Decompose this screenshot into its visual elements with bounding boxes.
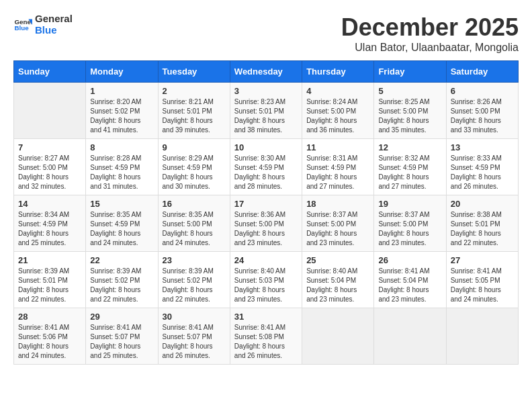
calendar-cell: 31Sunrise: 8:41 AM Sunset: 5:08 PM Dayli…: [230, 308, 302, 365]
day-info: Sunrise: 8:41 AM Sunset: 5:06 PM Dayligh…: [18, 323, 81, 361]
day-number: 11: [306, 142, 369, 152]
day-info: Sunrise: 8:20 AM Sunset: 5:02 PM Dayligh…: [90, 97, 153, 135]
weekday-header: Saturday: [446, 61, 518, 83]
day-number: 8: [90, 142, 153, 152]
day-number: 31: [234, 312, 298, 322]
day-info: Sunrise: 8:39 AM Sunset: 5:01 PM Dayligh…: [18, 267, 81, 304]
calendar-cell: 11Sunrise: 8:31 AM Sunset: 4:59 PM Dayli…: [302, 139, 374, 195]
day-info: Sunrise: 8:29 AM Sunset: 4:59 PM Dayligh…: [163, 154, 226, 191]
weekday-header: Sunday: [14, 61, 86, 83]
day-info: Sunrise: 8:33 AM Sunset: 4:59 PM Dayligh…: [451, 154, 514, 191]
day-number: 10: [234, 142, 298, 152]
calendar-cell: 14Sunrise: 8:34 AM Sunset: 4:59 PM Dayli…: [14, 195, 86, 252]
calendar-cell: [446, 308, 518, 365]
day-number: 28: [18, 312, 81, 322]
day-number: 20: [451, 199, 514, 209]
day-info: Sunrise: 8:35 AM Sunset: 4:59 PM Dayligh…: [90, 210, 153, 248]
day-number: 16: [163, 199, 226, 209]
day-number: 27: [451, 255, 514, 265]
day-info: Sunrise: 8:34 AM Sunset: 4:59 PM Dayligh…: [18, 210, 81, 248]
calendar-table: SundayMondayTuesdayWednesdayThursdayFrid…: [13, 60, 519, 365]
day-number: 1: [90, 86, 153, 96]
day-info: Sunrise: 8:37 AM Sunset: 5:00 PM Dayligh…: [306, 210, 369, 248]
calendar-cell: 22Sunrise: 8:39 AM Sunset: 5:02 PM Dayli…: [86, 252, 158, 308]
day-info: Sunrise: 8:26 AM Sunset: 5:00 PM Dayligh…: [451, 97, 514, 135]
calendar-cell: 1Sunrise: 8:20 AM Sunset: 5:02 PM Daylig…: [86, 83, 158, 139]
calendar-cell: 7Sunrise: 8:27 AM Sunset: 5:00 PM Daylig…: [14, 139, 86, 195]
day-info: Sunrise: 8:23 AM Sunset: 5:01 PM Dayligh…: [234, 97, 298, 135]
day-info: Sunrise: 8:30 AM Sunset: 4:59 PM Dayligh…: [234, 154, 298, 191]
day-info: Sunrise: 8:41 AM Sunset: 5:07 PM Dayligh…: [90, 323, 153, 361]
day-info: Sunrise: 8:35 AM Sunset: 5:00 PM Dayligh…: [163, 210, 226, 248]
day-info: Sunrise: 8:40 AM Sunset: 5:03 PM Dayligh…: [234, 267, 298, 304]
calendar-cell: 6Sunrise: 8:26 AM Sunset: 5:00 PM Daylig…: [446, 83, 518, 139]
day-info: Sunrise: 8:39 AM Sunset: 5:02 PM Dayligh…: [163, 267, 226, 304]
day-info: Sunrise: 8:38 AM Sunset: 5:01 PM Dayligh…: [451, 210, 514, 248]
calendar-cell: 21Sunrise: 8:39 AM Sunset: 5:01 PM Dayli…: [14, 252, 86, 308]
logo-line2: Blue: [35, 25, 73, 36]
day-number: 24: [234, 255, 298, 265]
calendar-cell: 29Sunrise: 8:41 AM Sunset: 5:07 PM Dayli…: [86, 308, 158, 365]
day-info: Sunrise: 8:36 AM Sunset: 5:00 PM Dayligh…: [234, 210, 298, 248]
logo-icon: General Blue: [13, 15, 32, 34]
day-number: 9: [163, 142, 226, 152]
day-number: 23: [163, 255, 226, 265]
calendar-week-row: 1Sunrise: 8:20 AM Sunset: 5:02 PM Daylig…: [14, 83, 519, 139]
calendar-header-row: SundayMondayTuesdayWednesdayThursdayFrid…: [14, 61, 519, 83]
calendar-cell: 25Sunrise: 8:40 AM Sunset: 5:04 PM Dayli…: [302, 252, 374, 308]
calendar-cell: [374, 308, 446, 365]
day-number: 15: [90, 199, 153, 209]
day-number: 22: [90, 255, 153, 265]
day-number: 7: [18, 142, 81, 152]
calendar-cell: 9Sunrise: 8:29 AM Sunset: 4:59 PM Daylig…: [158, 139, 230, 195]
day-number: 18: [306, 199, 369, 209]
day-info: Sunrise: 8:27 AM Sunset: 5:00 PM Dayligh…: [18, 154, 81, 191]
day-number: 12: [378, 142, 441, 152]
weekday-header: Friday: [374, 61, 446, 83]
day-number: 14: [18, 199, 81, 209]
day-info: Sunrise: 8:24 AM Sunset: 5:00 PM Dayligh…: [306, 97, 369, 135]
weekday-header: Tuesday: [158, 61, 230, 83]
calendar-cell: 23Sunrise: 8:39 AM Sunset: 5:02 PM Dayli…: [158, 252, 230, 308]
calendar-cell: 12Sunrise: 8:32 AM Sunset: 4:59 PM Dayli…: [374, 139, 446, 195]
day-number: 21: [18, 255, 81, 265]
calendar-cell: 17Sunrise: 8:36 AM Sunset: 5:00 PM Dayli…: [230, 195, 302, 252]
day-info: Sunrise: 8:41 AM Sunset: 5:08 PM Dayligh…: [234, 323, 298, 361]
calendar-week-row: 14Sunrise: 8:34 AM Sunset: 4:59 PM Dayli…: [14, 195, 519, 252]
day-info: Sunrise: 8:41 AM Sunset: 5:04 PM Dayligh…: [378, 267, 441, 304]
calendar-cell: 18Sunrise: 8:37 AM Sunset: 5:00 PM Dayli…: [302, 195, 374, 252]
calendar-cell: 3Sunrise: 8:23 AM Sunset: 5:01 PM Daylig…: [230, 83, 302, 139]
calendar-cell: [302, 308, 374, 365]
weekday-header: Thursday: [302, 61, 374, 83]
day-info: Sunrise: 8:32 AM Sunset: 4:59 PM Dayligh…: [378, 154, 441, 191]
calendar-cell: [14, 83, 86, 139]
calendar-cell: 4Sunrise: 8:24 AM Sunset: 5:00 PM Daylig…: [302, 83, 374, 139]
day-info: Sunrise: 8:39 AM Sunset: 5:02 PM Dayligh…: [90, 267, 153, 304]
svg-text:Blue: Blue: [14, 24, 29, 32]
weekday-header: Monday: [86, 61, 158, 83]
day-number: 26: [378, 255, 441, 265]
day-info: Sunrise: 8:41 AM Sunset: 5:05 PM Dayligh…: [451, 267, 514, 304]
day-info: Sunrise: 8:41 AM Sunset: 5:07 PM Dayligh…: [163, 323, 226, 361]
calendar-cell: 5Sunrise: 8:25 AM Sunset: 5:00 PM Daylig…: [374, 83, 446, 139]
logo: General Blue General Blue: [13, 13, 73, 36]
day-info: Sunrise: 8:31 AM Sunset: 4:59 PM Dayligh…: [306, 154, 369, 191]
calendar-cell: 16Sunrise: 8:35 AM Sunset: 5:00 PM Dayli…: [158, 195, 230, 252]
logo-line1: General: [35, 13, 73, 25]
day-number: 17: [234, 199, 298, 209]
calendar-week-row: 21Sunrise: 8:39 AM Sunset: 5:01 PM Dayli…: [14, 252, 519, 308]
day-number: 3: [234, 86, 298, 96]
day-info: Sunrise: 8:28 AM Sunset: 4:59 PM Dayligh…: [90, 154, 153, 191]
day-number: 13: [451, 142, 514, 152]
day-info: Sunrise: 8:21 AM Sunset: 5:01 PM Dayligh…: [163, 97, 226, 135]
calendar-cell: 2Sunrise: 8:21 AM Sunset: 5:01 PM Daylig…: [158, 83, 230, 139]
calendar-cell: 27Sunrise: 8:41 AM Sunset: 5:05 PM Dayli…: [446, 252, 518, 308]
calendar-cell: 20Sunrise: 8:38 AM Sunset: 5:01 PM Dayli…: [446, 195, 518, 252]
month-title: December 2025: [341, 13, 519, 42]
day-number: 25: [306, 255, 369, 265]
calendar-cell: 24Sunrise: 8:40 AM Sunset: 5:03 PM Dayli…: [230, 252, 302, 308]
calendar-cell: 28Sunrise: 8:41 AM Sunset: 5:06 PM Dayli…: [14, 308, 86, 365]
day-info: Sunrise: 8:37 AM Sunset: 5:00 PM Dayligh…: [378, 210, 441, 248]
day-number: 2: [163, 86, 226, 96]
day-number: 30: [163, 312, 226, 322]
